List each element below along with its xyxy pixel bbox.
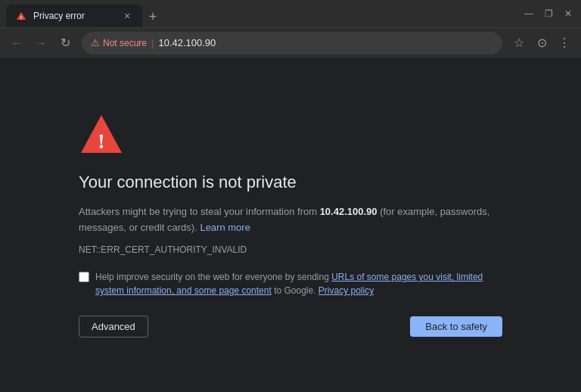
new-tab-button[interactable]: + <box>142 6 163 27</box>
titlebar: ! Privacy error × + — ❐ ✕ <box>0 0 581 27</box>
error-title: Your connection is not private <box>79 173 502 192</box>
security-warning: ⚠ Not secure <box>91 37 147 48</box>
address-bar[interactable]: ⚠ Not secure | 10.42.100.90 <box>82 32 502 54</box>
description-prefix: Attackers might be trying to steal your … <box>79 206 320 217</box>
advanced-button[interactable]: Advanced <box>79 316 148 338</box>
refresh-button[interactable]: ↻ <box>54 33 76 54</box>
checkbox-prefix: Help improve security on the web for eve… <box>95 272 331 282</box>
tab-warning-icon: ! <box>15 10 27 22</box>
menu-button[interactable]: ⋮ <box>554 33 575 54</box>
warning-icon: ⚠ <box>91 37 100 48</box>
back-to-safety-button[interactable]: Back to safety <box>410 316 502 337</box>
security-label: Not secure <box>103 38 147 48</box>
bookmark-button[interactable]: ☆ <box>508 33 530 54</box>
button-row: Advanced Back to safety <box>79 316 502 338</box>
navbar: ← → ↻ ⚠ Not secure | 10.42.100.90 ☆ ⊙ ⋮ <box>0 27 581 58</box>
svg-text:!: ! <box>98 129 104 153</box>
profile-button[interactable]: ⊙ <box>531 33 552 54</box>
warning-triangle-icon: ! <box>79 112 124 157</box>
checkbox-label: Help improve security on the web for eve… <box>95 270 502 297</box>
privacy-checkbox[interactable] <box>79 272 89 282</box>
address-text: 10.42.100.90 <box>158 37 493 48</box>
nav-actions: ☆ ⊙ ⋮ <box>508 33 575 54</box>
learn-more-link[interactable]: Learn more <box>200 222 250 233</box>
error-host: 10.42.100.90 <box>320 206 377 217</box>
tab-close-button[interactable]: × <box>121 10 133 22</box>
maximize-button[interactable]: ❐ <box>542 7 555 20</box>
error-code: NET::ERR_CERT_AUTHORITY_INVALID <box>79 244 502 255</box>
tab-label: Privacy error <box>33 11 85 21</box>
privacy-policy-link[interactable]: Privacy policy <box>318 285 374 296</box>
active-tab[interactable]: ! Privacy error × <box>6 5 142 27</box>
svg-text:!: ! <box>20 15 22 20</box>
tab-area: ! Privacy error × + <box>6 0 519 27</box>
minimize-button[interactable]: — <box>522 7 536 20</box>
error-container: ! Your connection is not private Attacke… <box>79 112 502 338</box>
window-controls: — ❐ ✕ <box>522 7 575 20</box>
back-button[interactable]: ← <box>6 33 27 54</box>
checkbox-middle: to Google. <box>272 285 318 296</box>
close-window-button[interactable]: ✕ <box>561 7 575 20</box>
address-separator: | <box>151 37 154 48</box>
forward-button[interactable]: → <box>30 33 51 54</box>
checkbox-row: Help improve security on the web for eve… <box>79 270 502 297</box>
error-page-content: ! Your connection is not private Attacke… <box>0 58 581 392</box>
error-description: Attackers might be trying to steal your … <box>79 204 502 236</box>
